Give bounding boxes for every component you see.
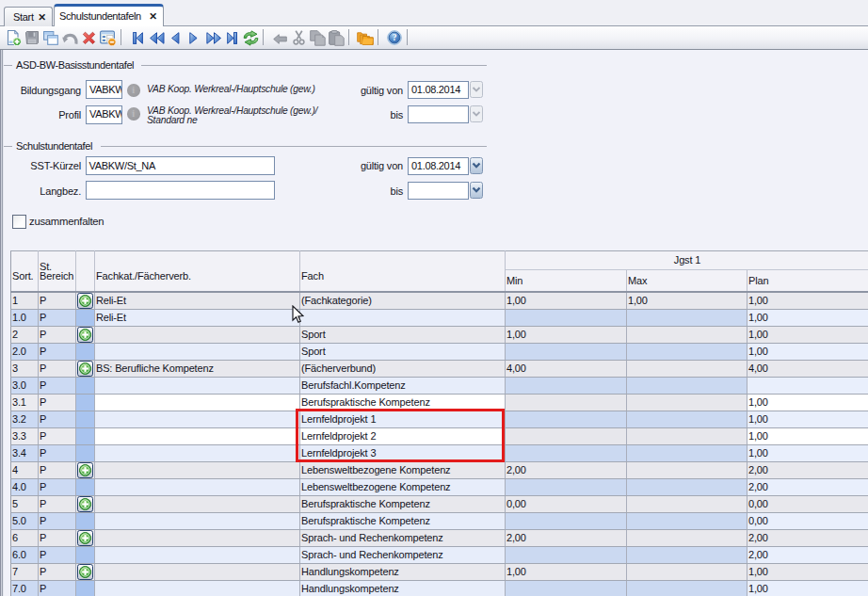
svg-text:?: ? [393, 33, 397, 42]
